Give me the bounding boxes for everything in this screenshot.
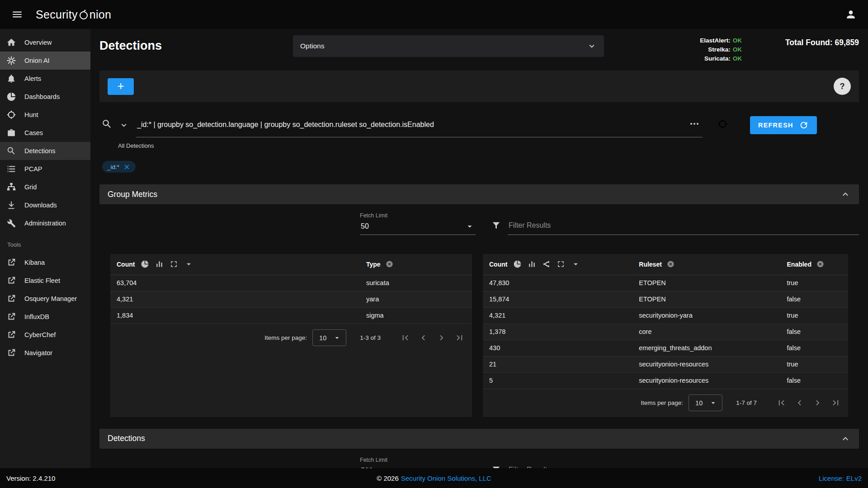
sidebar-item-osquery-manager[interactable]: Osquery Manager [0,290,90,308]
caret-down-icon[interactable] [184,259,193,269]
sidebar-item-downloads[interactable]: Downloads [0,196,90,214]
plus-icon: + [117,80,124,92]
sidebar-item-dashboards[interactable]: Dashboards [0,88,90,106]
expand-icon[interactable] [557,260,565,268]
first-page-button[interactable] [772,394,790,412]
actions-toolbar: + ? [99,70,859,102]
security-onion-logo: Security nion [33,8,111,21]
query-field: _id:* | groupby so_detection.language | … [136,115,703,149]
refresh-icon [799,120,809,130]
crosshairs-icon [6,110,16,120]
add-detection-button[interactable]: + [108,78,134,95]
sidebar-item-cases[interactable]: Cases [0,124,90,142]
list-icon [6,164,16,174]
chip-close-icon[interactable] [123,163,131,171]
table-row[interactable]: 21 securityonion-resources true [483,356,848,372]
group-metrics-section-header[interactable]: Group Metrics [99,184,859,204]
fetch-limit-value: 50 [361,222,369,230]
sidebar-item-administration[interactable]: Administration [0,214,90,232]
filter-results-input[interactable] [508,219,859,235]
sankey-chart-icon[interactable] [542,260,551,268]
table-row[interactable]: 63,704 suricata [110,275,472,291]
pie-chart-icon[interactable] [141,260,149,268]
sidebar-item-navigator[interactable]: Navigator [0,344,90,362]
collapse-chevron-icon[interactable] [840,433,851,444]
filter-chip[interactable]: _id:* [102,161,136,173]
table-row[interactable]: 1,378 core false [483,324,848,340]
sidebar-item-alerts[interactable]: Alerts [0,70,90,88]
items-per-page-label: Items per page: [264,334,307,341]
sidebar-item-cyberchef[interactable]: CyberChef [0,326,90,344]
quick-actions-button[interactable] [717,118,728,131]
sidebar-item-label: Hunt [24,111,38,118]
last-page-button[interactable] [450,329,468,347]
next-page-button[interactable] [432,329,450,347]
table-row[interactable]: 4,321 securityonion-yara true [483,307,848,324]
next-page-button[interactable] [808,394,826,412]
sidebar-item-detections[interactable]: Detections [0,142,90,160]
sidebar-nav: Overview Onion AI Alerts Dashboards Hunt… [0,29,90,468]
question-mark-icon: ? [840,82,845,91]
detections-section-header[interactable]: Detections [99,429,859,449]
table-row[interactable]: 4,321 yara [110,291,472,307]
table-row[interactable]: 15,874 ETOPEN false [483,291,848,307]
collapse-chevron-icon[interactable] [840,189,851,200]
items-per-page-select[interactable]: 10 [312,329,346,346]
external-link-icon [6,312,16,322]
table-row[interactable]: 5 securityonion-resources false [483,372,848,389]
refresh-button-label: REFRESH [758,122,793,129]
external-link-icon [6,276,16,286]
first-page-button[interactable] [396,329,414,347]
help-button[interactable]: ? [834,78,851,95]
sidebar-item-kibana[interactable]: Kibana [0,253,90,272]
group-metrics-controls: Fetch Limit 50 [99,212,859,235]
remove-group-icon[interactable] [386,260,393,268]
copyright: © 2026Security Onion Solutions, LLC [377,474,491,482]
expand-icon[interactable] [170,260,178,268]
search-bar: _id:* | groupby so_detection.language | … [99,115,859,149]
last-page-button[interactable] [826,394,844,412]
fetch-limit-select[interactable]: Fetch Limit 50 [360,212,476,235]
table-row[interactable]: 430 emerging_threats_addon false [483,340,848,356]
chevron-left-icon [418,333,429,343]
license-link[interactable]: ELv2 [846,474,862,482]
fetch-limit-select[interactable]: Fetch Limit 500 [360,457,476,469]
query-more-button[interactable] [687,118,702,131]
ruleset-cell: ETOPEN [632,291,780,307]
user-account-button[interactable] [840,4,862,25]
sidebar-item-onion-ai[interactable]: Onion AI [0,52,90,70]
enabled-cell: false [781,291,849,307]
previous-page-button[interactable] [790,394,808,412]
status-elastalert: ElastAlert:OK [700,36,742,45]
remove-group-icon[interactable] [816,260,824,268]
bar-chart-icon[interactable] [155,260,164,268]
sidebar-item-grid[interactable]: Grid [0,178,90,196]
sidebar-item-influxdb[interactable]: InfluxDB [0,308,90,326]
page-header: Detections Options ElastAlert:OK Strelka… [99,35,859,63]
company-link[interactable]: Security Onion Solutions, LLC [401,474,491,482]
sidebar-item-hunt[interactable]: Hunt [0,106,90,124]
hamburger-menu-button[interactable] [6,4,28,25]
remove-group-icon[interactable] [667,260,675,268]
query-input[interactable]: _id:* | groupby so_detection.language | … [136,115,703,137]
sidebar-item-elastic-fleet[interactable]: Elastic Fleet [0,272,90,290]
table-pagination: Items per page: 10 1-3 of 3 [110,324,472,352]
table-row[interactable]: 47,830 ETOPEN true [483,275,848,291]
filter-results-input[interactable] [508,463,859,469]
pie-chart-icon[interactable] [513,260,522,268]
options-dropdown[interactable]: Options [293,35,604,57]
bar-chart-icon[interactable] [528,260,536,268]
type-cell: sigma [360,307,472,324]
type-cell: yara [360,291,472,307]
count-cell: 4,321 [110,291,360,307]
table-row[interactable]: 1,834 sigma [110,307,472,324]
refresh-button[interactable]: REFRESH [750,116,817,134]
type-metrics-table: Count Type [110,254,472,324]
caret-down-icon[interactable] [571,259,580,269]
items-per-page-select[interactable]: 10 [689,394,722,411]
sidebar-item-overview[interactable]: Overview [0,33,90,52]
previous-page-button[interactable] [414,329,432,347]
sidebar-item-pcap[interactable]: PCAP [0,160,90,178]
account-icon [845,9,857,20]
query-expand-chevron-icon[interactable] [119,120,129,130]
